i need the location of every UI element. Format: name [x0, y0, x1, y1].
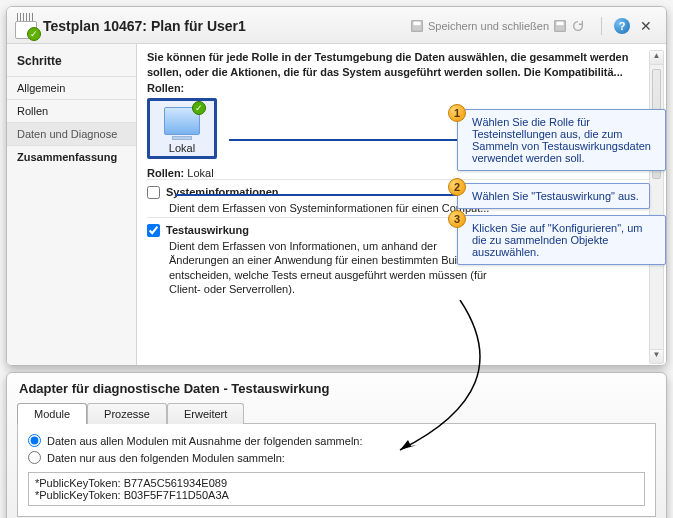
callout-3: 3 Klicken Sie auf "Konfigurieren", um di…: [457, 215, 666, 265]
callout-1-text: Wählen Sie die Rolle für Testeinstellung…: [472, 116, 655, 164]
callout-1: 1 Wählen Sie die Rolle für Testeinstellu…: [457, 109, 666, 171]
callout-number-2: 2: [448, 178, 466, 196]
help-icon[interactable]: ?: [614, 18, 630, 34]
close-button[interactable]: ✕: [636, 18, 656, 34]
roles-current-value: Lokal: [187, 167, 213, 179]
refresh-icon: [571, 19, 585, 33]
roles-current-label: Rollen:: [147, 167, 184, 179]
testplan-icon: ✓: [15, 13, 37, 39]
sidebar-item-zusammenfassung[interactable]: Zusammenfassung: [7, 145, 136, 168]
check-badge-icon: ✓: [192, 101, 206, 115]
save-icon: [410, 19, 424, 33]
radio-only-modules[interactable]: [28, 451, 41, 464]
steps-sidebar: Schritte Allgemein Rollen Daten und Diag…: [7, 44, 137, 366]
svg-rect-3: [557, 22, 564, 26]
module-token-list[interactable]: *PublicKeyToken: B77A5C561934E089 *Publi…: [28, 472, 645, 506]
sidebar-item-allgemein[interactable]: Allgemein: [7, 76, 136, 99]
callout-3-text: Klicken Sie auf "Konfigurieren", um die …: [472, 222, 655, 258]
window-title: Testplan 10467: Plan für User1: [43, 18, 246, 34]
callout-number-1: 1: [448, 104, 466, 122]
sidebar-item-rollen[interactable]: Rollen: [7, 99, 136, 122]
save-icon-2: [553, 19, 567, 33]
tab-prozesse[interactable]: Prozesse: [87, 403, 167, 424]
testauswirkung-desc: Dient dem Erfassen von Informationen, um…: [169, 239, 499, 296]
tab-module[interactable]: Module: [17, 403, 87, 424]
callout-number-3: 3: [448, 210, 466, 228]
sidebar-item-daten-diagnose[interactable]: Daten und Diagnose: [7, 122, 136, 145]
radio-exclude-modules[interactable]: [28, 434, 41, 447]
adapter-title: Adapter für diagnostische Daten - Testau…: [7, 373, 666, 402]
roles-label: Rollen:: [147, 82, 656, 94]
testauswirkung-title: Testauswirkung: [166, 224, 249, 236]
svg-rect-1: [413, 22, 420, 26]
callout-2-text: Wählen Sie "Testauswirkung" aus.: [472, 190, 639, 202]
tab-erweitert[interactable]: Erweitert: [167, 403, 244, 424]
instruction-text: Sie können für jede Rolle in der Testumg…: [147, 50, 656, 80]
systeminfo-checkbox[interactable]: [147, 186, 160, 199]
sidebar-header: Schritte: [7, 48, 136, 76]
radio-exclude-label: Daten aus allen Modulen mit Ausnahme der…: [47, 435, 363, 447]
role-tile-lokal[interactable]: ✓ Lokal: [147, 98, 217, 159]
callout-2: 2 Wählen Sie "Testauswirkung" aus.: [457, 183, 650, 209]
save-close-button[interactable]: Speichern und schließen: [406, 17, 589, 35]
role-tile-caption: Lokal: [164, 142, 200, 154]
radio-only-label: Daten nur aus den folgenden Modulen samm…: [47, 452, 285, 464]
systeminfo-title: Systeminformationen: [166, 186, 278, 198]
main-scrollbar[interactable]: ▲ ▼: [649, 50, 664, 364]
save-close-label: Speichern und schließen: [428, 20, 549, 32]
testauswirkung-checkbox[interactable]: [147, 224, 160, 237]
